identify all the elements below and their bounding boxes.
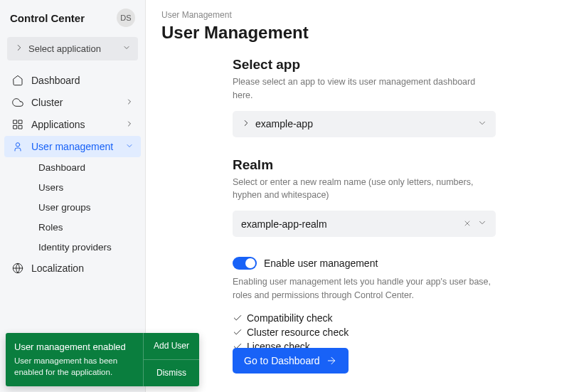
enable-toggle[interactable] xyxy=(233,257,257,270)
sidebar-item-label: Dashboard xyxy=(31,75,134,86)
checks-list: Compatibility check Cluster resource che… xyxy=(233,312,496,352)
home-icon xyxy=(11,75,24,86)
check-label: Cluster resource check xyxy=(247,327,349,338)
chevron-down-icon xyxy=(122,43,131,54)
sidebar-item-label: Cluster xyxy=(31,97,125,108)
svg-point-4 xyxy=(16,143,19,147)
toast-message: User management has been enabled for the… xyxy=(14,355,134,378)
application-selector[interactable]: Select application xyxy=(7,37,138,60)
sidebar-subitem-users[interactable]: Users xyxy=(31,178,141,197)
breadcrumb: User Management xyxy=(161,10,553,20)
sidebar-item-user-management[interactable]: User management xyxy=(4,136,141,157)
sidebar-item-applications[interactable]: Applications xyxy=(4,114,141,135)
toast-notification: User management enabled User management … xyxy=(6,333,199,386)
app-select-value: example-app xyxy=(255,118,477,129)
svg-rect-2 xyxy=(14,125,17,129)
select-app-heading: Select app xyxy=(233,57,496,73)
check-item: Cluster resource check xyxy=(233,327,496,338)
page-title: User Management xyxy=(161,23,553,43)
sidebar-item-label: Applications xyxy=(31,119,125,130)
chevron-down-icon xyxy=(125,141,134,152)
enable-toggle-label: Enable user management xyxy=(264,258,378,269)
toast-add-user-button[interactable]: Add User xyxy=(144,333,199,360)
app-select[interactable]: example-app xyxy=(233,111,496,137)
apps-icon xyxy=(11,119,24,130)
selector-label: Select application xyxy=(28,43,122,54)
selector-icon xyxy=(241,118,251,130)
sidebar-item-label: Localization xyxy=(31,263,134,274)
main-content: User Management User Management Select a… xyxy=(146,0,569,392)
sidebar-item-cluster[interactable]: Cluster xyxy=(4,92,141,113)
chevron-right-icon xyxy=(125,119,134,130)
selector-icon xyxy=(14,43,24,55)
sidebar-item-label: User management xyxy=(31,141,125,152)
go-button-label: Go to Dashboard xyxy=(244,355,320,366)
sidebar-subitem-identity-providers[interactable]: Identity providers xyxy=(31,238,141,257)
app-title: Control Center xyxy=(10,12,85,24)
realm-heading: Realm xyxy=(233,157,496,173)
realm-desc: Select or enter a new realm name (use on… xyxy=(233,176,496,203)
check-label: Compatibility check xyxy=(247,312,333,324)
cloud-icon xyxy=(11,97,24,108)
svg-rect-1 xyxy=(18,120,22,124)
user-icon xyxy=(11,141,24,152)
avatar[interactable]: DS xyxy=(117,9,135,27)
svg-rect-0 xyxy=(14,120,17,124)
clear-icon[interactable] xyxy=(463,218,472,230)
go-to-dashboard-button[interactable]: Go to Dashboard xyxy=(233,348,349,374)
globe-icon xyxy=(11,263,24,274)
sidebar-subitem-dashboard[interactable]: Dashboard xyxy=(31,158,141,177)
chevron-down-icon xyxy=(477,218,487,230)
chevron-down-icon xyxy=(477,118,487,130)
sidebar-item-localization[interactable]: Localization xyxy=(4,258,141,279)
chevron-right-icon xyxy=(125,97,134,108)
sidebar-submenu: Dashboard Users User groups Roles Identi… xyxy=(4,158,141,257)
select-app-desc: Please select an app to view its user ma… xyxy=(233,75,496,102)
enable-desc: Enabling user management lets you handle… xyxy=(233,275,496,302)
sidebar-subitem-user-groups[interactable]: User groups xyxy=(31,198,141,217)
sidebar-item-dashboard[interactable]: Dashboard xyxy=(4,70,141,91)
realm-value: example-app-realm xyxy=(241,218,463,230)
toast-dismiss-button[interactable]: Dismiss xyxy=(144,360,199,386)
toast-title: User management enabled xyxy=(14,341,134,352)
svg-rect-3 xyxy=(18,125,22,129)
check-item: Compatibility check xyxy=(233,312,496,324)
sidebar-subitem-roles[interactable]: Roles xyxy=(31,218,141,237)
realm-select[interactable]: example-app-realm xyxy=(233,211,496,237)
